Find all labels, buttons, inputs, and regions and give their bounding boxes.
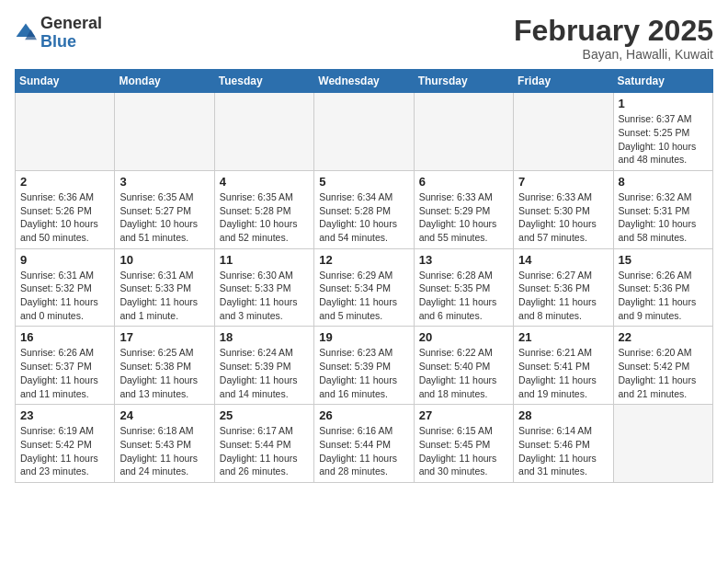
month-title: February 2025	[514, 15, 713, 47]
calendar-cell: 10Sunrise: 6:31 AM Sunset: 5:33 PM Dayli…	[115, 248, 214, 327]
calendar-cell: 22Sunrise: 6:20 AM Sunset: 5:42 PM Dayli…	[613, 327, 712, 405]
calendar-cell	[314, 93, 414, 171]
day-info: Sunrise: 6:36 AM Sunset: 5:26 PM Dayligh…	[20, 190, 109, 245]
day-info: Sunrise: 6:24 AM Sunset: 5:39 PM Dayligh…	[220, 346, 309, 400]
day-number: 21	[518, 330, 608, 344]
location-text: Bayan, Hawalli, Kuwait	[514, 47, 713, 62]
day-info: Sunrise: 6:35 AM Sunset: 5:28 PM Dayligh…	[220, 190, 309, 245]
day-info: Sunrise: 6:17 AM Sunset: 5:44 PM Dayligh…	[220, 424, 309, 478]
weekday-row: SundayMondayTuesdayWednesdayThursdayFrid…	[16, 70, 713, 93]
day-number: 26	[319, 408, 408, 422]
day-number: 15	[619, 253, 708, 267]
calendar-cell: 3Sunrise: 6:35 AM Sunset: 5:27 PM Daylig…	[115, 170, 214, 248]
logo: General Blue	[15, 15, 102, 52]
day-info: Sunrise: 6:33 AM Sunset: 5:29 PM Dayligh…	[419, 190, 508, 245]
calendar-week-2: 9Sunrise: 6:31 AM Sunset: 5:32 PM Daylig…	[16, 248, 713, 327]
day-number: 23	[20, 408, 109, 422]
calendar-cell: 27Sunrise: 6:15 AM Sunset: 5:45 PM Dayli…	[414, 405, 513, 483]
calendar-week-1: 2Sunrise: 6:36 AM Sunset: 5:26 PM Daylig…	[16, 170, 713, 248]
day-info: Sunrise: 6:14 AM Sunset: 5:46 PM Dayligh…	[518, 424, 608, 478]
calendar-cell: 21Sunrise: 6:21 AM Sunset: 5:41 PM Dayli…	[514, 327, 613, 405]
day-number: 2	[20, 175, 109, 189]
day-number: 10	[119, 253, 209, 267]
calendar-cell: 14Sunrise: 6:27 AM Sunset: 5:36 PM Dayli…	[514, 248, 613, 327]
calendar-cell	[613, 405, 712, 483]
day-number: 6	[419, 175, 508, 189]
day-info: Sunrise: 6:25 AM Sunset: 5:38 PM Dayligh…	[119, 346, 209, 400]
calendar-cell: 17Sunrise: 6:25 AM Sunset: 5:38 PM Dayli…	[115, 327, 214, 405]
calendar-cell: 23Sunrise: 6:19 AM Sunset: 5:42 PM Dayli…	[16, 405, 115, 483]
day-number: 20	[419, 330, 508, 344]
calendar-cell: 12Sunrise: 6:29 AM Sunset: 5:34 PM Dayli…	[314, 248, 414, 327]
day-number: 9	[20, 253, 109, 267]
day-info: Sunrise: 6:33 AM Sunset: 5:30 PM Dayligh…	[518, 190, 608, 245]
day-info: Sunrise: 6:37 AM Sunset: 5:25 PM Dayligh…	[619, 112, 708, 167]
day-info: Sunrise: 6:22 AM Sunset: 5:40 PM Dayligh…	[419, 346, 508, 400]
calendar-cell: 24Sunrise: 6:18 AM Sunset: 5:43 PM Dayli…	[115, 405, 214, 483]
calendar-cell: 9Sunrise: 6:31 AM Sunset: 5:32 PM Daylig…	[16, 248, 115, 327]
day-info: Sunrise: 6:19 AM Sunset: 5:42 PM Dayligh…	[20, 424, 109, 478]
calendar-week-3: 16Sunrise: 6:26 AM Sunset: 5:37 PM Dayli…	[16, 327, 713, 405]
calendar-cell: 2Sunrise: 6:36 AM Sunset: 5:26 PM Daylig…	[16, 170, 115, 248]
day-info: Sunrise: 6:26 AM Sunset: 5:37 PM Dayligh…	[20, 346, 109, 400]
day-number: 16	[20, 330, 109, 344]
calendar-cell: 11Sunrise: 6:30 AM Sunset: 5:33 PM Dayli…	[214, 248, 313, 327]
day-info: Sunrise: 6:30 AM Sunset: 5:33 PM Dayligh…	[220, 269, 309, 323]
day-info: Sunrise: 6:32 AM Sunset: 5:31 PM Dayligh…	[619, 190, 708, 245]
day-info: Sunrise: 6:20 AM Sunset: 5:42 PM Dayligh…	[619, 346, 708, 400]
calendar-week-4: 23Sunrise: 6:19 AM Sunset: 5:42 PM Dayli…	[16, 405, 713, 483]
day-number: 12	[319, 253, 408, 267]
calendar-header: SundayMondayTuesdayWednesdayThursdayFrid…	[16, 70, 713, 93]
day-number: 13	[419, 253, 508, 267]
day-number: 22	[619, 330, 708, 344]
calendar-cell	[514, 93, 613, 171]
calendar-cell: 15Sunrise: 6:26 AM Sunset: 5:36 PM Dayli…	[613, 248, 712, 327]
day-info: Sunrise: 6:15 AM Sunset: 5:45 PM Dayligh…	[419, 424, 508, 478]
day-number: 28	[518, 408, 608, 422]
day-info: Sunrise: 6:29 AM Sunset: 5:34 PM Dayligh…	[319, 269, 408, 323]
calendar-cell	[16, 93, 115, 171]
calendar-body: 1Sunrise: 6:37 AM Sunset: 5:25 PM Daylig…	[16, 93, 713, 483]
day-number: 17	[119, 330, 209, 344]
calendar-cell: 7Sunrise: 6:33 AM Sunset: 5:30 PM Daylig…	[514, 170, 613, 248]
calendar-cell: 28Sunrise: 6:14 AM Sunset: 5:46 PM Dayli…	[514, 405, 613, 483]
weekday-header-friday: Friday	[514, 70, 613, 93]
weekday-header-saturday: Saturday	[613, 70, 712, 93]
calendar-week-0: 1Sunrise: 6:37 AM Sunset: 5:25 PM Daylig…	[16, 93, 713, 171]
page-header: General Blue February 2025 Bayan, Hawall…	[15, 15, 713, 62]
calendar-cell	[214, 93, 313, 171]
day-number: 4	[220, 175, 309, 189]
day-info: Sunrise: 6:23 AM Sunset: 5:39 PM Dayligh…	[319, 346, 408, 400]
day-info: Sunrise: 6:21 AM Sunset: 5:41 PM Dayligh…	[518, 346, 608, 400]
day-info: Sunrise: 6:35 AM Sunset: 5:27 PM Dayligh…	[119, 190, 209, 245]
day-number: 14	[518, 253, 608, 267]
day-number: 19	[319, 330, 408, 344]
logo-icon	[15, 22, 37, 44]
day-info: Sunrise: 6:28 AM Sunset: 5:35 PM Dayligh…	[419, 269, 508, 323]
day-info: Sunrise: 6:31 AM Sunset: 5:32 PM Dayligh…	[20, 269, 109, 323]
day-info: Sunrise: 6:18 AM Sunset: 5:43 PM Dayligh…	[119, 424, 209, 478]
day-number: 8	[619, 175, 708, 189]
calendar-cell: 18Sunrise: 6:24 AM Sunset: 5:39 PM Dayli…	[214, 327, 313, 405]
day-number: 18	[220, 330, 309, 344]
day-info: Sunrise: 6:26 AM Sunset: 5:36 PM Dayligh…	[619, 269, 708, 323]
calendar-cell	[414, 93, 513, 171]
weekday-header-monday: Monday	[115, 70, 214, 93]
calendar-cell: 26Sunrise: 6:16 AM Sunset: 5:44 PM Dayli…	[314, 405, 414, 483]
weekday-header-thursday: Thursday	[414, 70, 513, 93]
day-number: 24	[119, 408, 209, 422]
day-number: 11	[220, 253, 309, 267]
calendar-cell: 13Sunrise: 6:28 AM Sunset: 5:35 PM Dayli…	[414, 248, 513, 327]
day-info: Sunrise: 6:34 AM Sunset: 5:28 PM Dayligh…	[319, 190, 408, 245]
calendar-cell: 4Sunrise: 6:35 AM Sunset: 5:28 PM Daylig…	[214, 170, 313, 248]
day-info: Sunrise: 6:16 AM Sunset: 5:44 PM Dayligh…	[319, 424, 408, 478]
day-info: Sunrise: 6:27 AM Sunset: 5:36 PM Dayligh…	[518, 269, 608, 323]
weekday-header-tuesday: Tuesday	[214, 70, 313, 93]
day-number: 1	[619, 97, 708, 110]
calendar-cell: 1Sunrise: 6:37 AM Sunset: 5:25 PM Daylig…	[613, 93, 712, 171]
day-number: 3	[119, 175, 209, 189]
day-number: 7	[518, 175, 608, 189]
calendar-cell: 19Sunrise: 6:23 AM Sunset: 5:39 PM Dayli…	[314, 327, 414, 405]
weekday-header-wednesday: Wednesday	[314, 70, 414, 93]
calendar-cell: 5Sunrise: 6:34 AM Sunset: 5:28 PM Daylig…	[314, 170, 414, 248]
